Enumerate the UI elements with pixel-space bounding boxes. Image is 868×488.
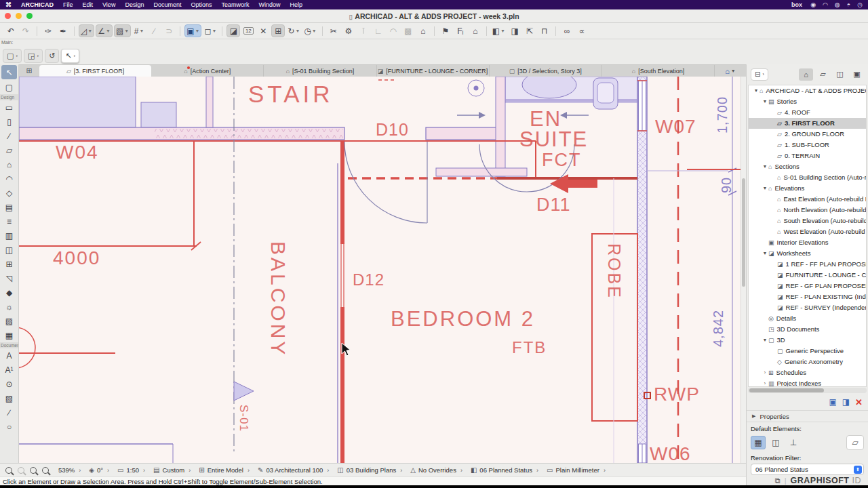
menu-archicad[interactable]: ARCHICAD <box>21 1 54 8</box>
select-stepper-icon[interactable]: ⬍ <box>854 466 862 474</box>
view-map-icon[interactable]: ▱ <box>816 68 830 81</box>
fit-in-window-icon[interactable] <box>42 467 49 474</box>
column-tool[interactable]: ▯ <box>0 115 18 129</box>
renovation-button[interactable]: ◧▼ <box>491 24 507 37</box>
windows-icon[interactable]: ⧉ <box>775 476 781 485</box>
suspend-groups-button[interactable]: ∕ <box>147 24 161 37</box>
object-tool[interactable]: ◆ <box>0 285 18 300</box>
resize-button[interactable]: ▩ <box>401 24 415 37</box>
roof-tool[interactable]: ⌂ <box>0 157 18 171</box>
chevron-down-icon[interactable]: ▼ <box>762 251 768 256</box>
move-to-story-button[interactable]: ⇱ <box>523 24 536 37</box>
skylight-tool[interactable]: ◹ <box>0 271 18 285</box>
dimension-12-button[interactable]: 12 <box>241 24 255 37</box>
protractor-button[interactable]: ◷▼ <box>302 24 317 37</box>
split-button[interactable]: ✂ <box>327 24 340 37</box>
status-field-7[interactable]: △No Overrides› <box>406 464 467 476</box>
tree-item-15[interactable]: ▼◪Worksheets <box>749 248 866 259</box>
tree-item-1[interactable]: ▼▤Stories <box>749 96 866 107</box>
menu-status-icon-3[interactable]: ◍ <box>835 1 840 8</box>
redo-button[interactable]: ↷ <box>19 24 33 37</box>
apple-menu-icon[interactable]: ⌘ <box>5 1 12 8</box>
circle-tool[interactable]: ○ <box>0 420 18 434</box>
arrow-tool[interactable]: ↖ <box>1 65 17 79</box>
tree-item-2[interactable]: ▱4. ROOF <box>749 107 866 118</box>
grid-snap-button[interactable]: #▼ <box>132 24 146 37</box>
menu-design[interactable]: Design <box>125 1 144 8</box>
magic-wand-button[interactable]: ⊃ <box>162 24 176 37</box>
tree-item-25[interactable]: ◇Generic Axonometry <box>749 357 866 367</box>
tab-1[interactable]: ⌂[Action Center] <box>151 65 264 77</box>
status-field-3[interactable]: ▤Custom› <box>149 464 195 476</box>
morph-tool[interactable]: ◇ <box>0 186 18 200</box>
door-tool[interactable]: ◫ <box>0 243 18 257</box>
tree-item-14[interactable]: ▣Interior Elevations <box>749 237 866 248</box>
tab-3[interactable]: ◪[FURNITURE - LOUNGE - CORNER] <box>377 65 490 77</box>
elevation-button[interactable]: ⌂ <box>416 24 430 37</box>
intersect-button[interactable]: ⊺ <box>357 24 370 37</box>
settings-icon[interactable]: ▣ <box>829 397 836 407</box>
window-tool[interactable]: ⊞ <box>0 257 18 271</box>
quick-layout-icon[interactable]: ⊞ <box>19 65 39 77</box>
menu-edit[interactable]: Edit <box>83 1 94 8</box>
shell-tool[interactable]: ◠ <box>0 171 18 186</box>
pick-up-parameters-button[interactable]: ✑ <box>41 24 55 37</box>
layouting-button[interactable]: ⊓ <box>538 24 551 37</box>
link-button[interactable]: ∞ <box>560 24 574 37</box>
group-elements-button[interactable]: ⊞ <box>271 24 285 37</box>
menu-status-icon-5[interactable]: ◷ <box>857 1 863 8</box>
show-renovation-button[interactable]: ◨ <box>508 24 521 37</box>
menu-options[interactable]: Options <box>191 1 212 8</box>
undo-button[interactable]: ↶ <box>4 24 18 37</box>
menu-teamwork[interactable]: Teamwork <box>221 1 249 8</box>
tree-item-12[interactable]: ⌂South Elevation (Auto-rebuild Model) <box>749 216 866 226</box>
door-default-icon[interactable]: ◫ <box>768 436 783 449</box>
arrow-preset-button[interactable]: ↖› <box>61 49 79 63</box>
unlink-button[interactable]: ∝ <box>575 24 589 37</box>
status-field-9[interactable]: ▭Plain Millimeter› <box>542 464 610 476</box>
tree-horizontal-scrollbar[interactable] <box>748 388 867 393</box>
properties-header[interactable]: ▶ Properties <box>747 410 868 422</box>
zoom-in-icon[interactable] <box>30 467 37 474</box>
chevron-right-icon[interactable]: › <box>762 381 768 386</box>
floor-plan-canvas[interactable]: STAIRW04D10ENSUITEFCTD11W074000D12BEDROO… <box>19 77 741 463</box>
status-field-0[interactable]: 539%› <box>54 464 85 476</box>
scrollbar-thumb[interactable] <box>742 178 745 287</box>
close-reference-button[interactable]: ✕ <box>256 24 270 37</box>
favorites-folder-icon[interactable]: ▱ <box>846 435 864 450</box>
tree-item-24[interactable]: ▢Generic Perspective <box>749 346 866 357</box>
tab-5[interactable]: ⌂[South Elevation] <box>602 65 715 77</box>
tree-item-21[interactable]: ◎Details <box>749 313 866 324</box>
lamp-tool[interactable]: ☼ <box>0 300 18 314</box>
zoom-history-back-icon[interactable] <box>5 467 12 474</box>
renovation-filter-select[interactable]: 06 Planned Status ⬍ <box>751 464 864 475</box>
text-tool[interactable]: A <box>0 348 18 363</box>
menu-view[interactable]: View <box>102 1 115 8</box>
spot-tool[interactable]: ⊙ <box>0 377 18 391</box>
status-field-4[interactable]: ⊞Entire Model› <box>195 464 254 476</box>
new-viewpoint-icon[interactable]: ◨ <box>842 397 850 407</box>
flag-button[interactable]: ⚑ <box>439 24 452 37</box>
zoom-history-forward-icon[interactable] <box>18 467 24 474</box>
beam-tool[interactable]: ∕ <box>0 129 18 143</box>
label-tool[interactable]: A¹ <box>0 363 18 377</box>
tree-item-6[interactable]: ▱0. TERRAIN <box>749 150 866 161</box>
menu-document[interactable]: Document <box>153 1 181 8</box>
tree-item-26[interactable]: ›⊞Schedules <box>749 367 866 378</box>
menu-help[interactable]: Help <box>290 1 303 8</box>
marquee-preset-button[interactable]: ▢› <box>3 49 22 63</box>
tree-item-18[interactable]: ◪REF - GF PLAN PROPOSED (Independent) <box>749 281 866 291</box>
mesh-tool[interactable]: ▦ <box>0 328 18 342</box>
status-field-2[interactable]: ▭1:50› <box>113 464 149 476</box>
tab-0[interactable]: ▱[3. FIRST FLOOR] <box>39 65 151 77</box>
tree-item-3[interactable]: ▱3. FIRST FLOOR <box>749 118 866 129</box>
guide-lines-button[interactable]: ▧▼ <box>114 24 131 37</box>
curtain-wall-tool[interactable]: ▥ <box>0 228 18 243</box>
menu-status-icon-4[interactable]: ◓ <box>847 1 850 8</box>
chevron-down-icon[interactable]: ▼ <box>753 88 760 93</box>
slab-tool[interactable]: ▱ <box>0 143 18 157</box>
status-field-8[interactable]: ◧06 Planned Status› <box>467 464 542 476</box>
orientation-button[interactable]: ↻▼ <box>286 24 301 37</box>
wall-default-icon[interactable]: ▦ <box>751 436 766 449</box>
canvas-vertical-scrollbar[interactable] <box>741 77 746 463</box>
